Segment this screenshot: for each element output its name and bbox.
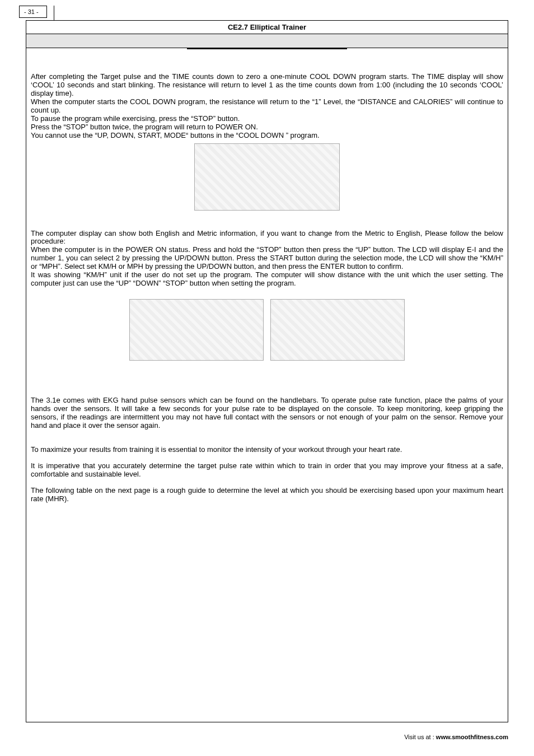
paragraph-9: The 3.1e comes with EKG hand pulse senso… — [31, 396, 503, 430]
paragraph-8: It was showing “KM/H” unit if the user d… — [31, 271, 503, 288]
console-image-mph — [129, 299, 264, 361]
paragraph-11: It is imperative that you accurately det… — [31, 462, 503, 479]
header-title: CE2.7 Elliptical Trainer — [26, 20, 508, 34]
paragraph-10: To maximize your results from training i… — [31, 446, 503, 454]
page-number-separator — [54, 6, 54, 20]
paragraph-7: When the computer is in the POWER ON sta… — [31, 246, 503, 271]
footer-prefix: Visit us at : — [404, 734, 436, 740]
console-image-cool — [194, 143, 340, 211]
body-content: After completing the Target pulse and th… — [31, 73, 503, 503]
paragraph-2: When the computer starts the COOL DOWN p… — [31, 98, 503, 115]
paragraph-5: You cannot use the “UP, DOWN, START, MOD… — [31, 132, 503, 140]
paragraph-3: To pause the program while exercising, p… — [31, 115, 503, 123]
console-image-kmh — [270, 299, 405, 361]
footer: Visit us at : www.smoothfitness.com — [0, 734, 508, 740]
paragraph-4: Press the “STOP” button twice, the progr… — [31, 123, 503, 132]
paragraph-1: After completing the Target pulse and th… — [31, 73, 503, 98]
page-number: - 31 - — [19, 6, 47, 18]
console-image-row — [31, 296, 503, 364]
paragraph-6: The computer display can show both Engli… — [31, 230, 503, 246]
paragraph-12: The following table on the next page is … — [31, 487, 503, 503]
footer-url: www.smoothfitness.com — [436, 734, 508, 740]
